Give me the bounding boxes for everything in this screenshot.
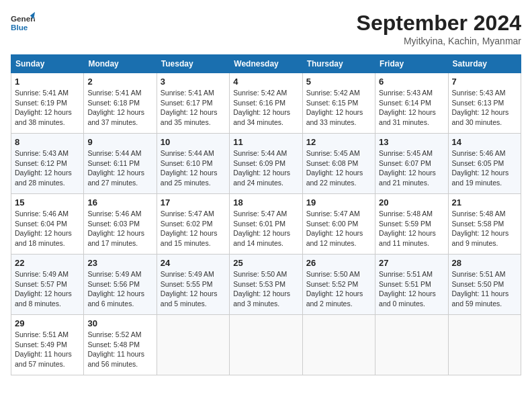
day-info-8: Sunrise: 5:43 AMSunset: 6:12 PMDaylight:… [15,148,80,188]
day-number-28: 28 [452,258,517,268]
empty-cell [230,315,302,375]
day-info-17: Sunrise: 5:47 AMSunset: 6:02 PMDaylight:… [161,209,226,248]
day-number-24: 24 [161,258,226,268]
logo-icon: General Blue [11,11,35,35]
page-header: General Blue September 2024 Myitkyina, K… [11,11,521,46]
week-row-5: 29Sunrise: 5:51 AMSunset: 5:49 PMDayligh… [11,315,521,375]
empty-cell [157,315,229,375]
day-cell-30: 30Sunrise: 5:52 AMSunset: 5:48 PMDayligh… [84,315,157,375]
day-info-6: Sunrise: 5:43 AMSunset: 6:14 PMDaylight:… [379,88,444,128]
day-cell-27: 27Sunrise: 5:51 AMSunset: 5:51 PMDayligh… [375,255,448,315]
col-header-sunday: Sunday [11,55,84,73]
day-number-21: 21 [452,197,517,208]
day-cell-6: 6Sunrise: 5:43 AMSunset: 6:14 PMDaylight… [375,73,448,134]
day-number-2: 2 [87,77,152,87]
empty-cell [448,315,521,375]
day-cell-26: 26Sunrise: 5:50 AMSunset: 5:52 PMDayligh… [302,255,375,315]
day-info-15: Sunrise: 5:46 AMSunset: 6:04 PMDaylight:… [15,209,80,248]
day-cell-23: 23Sunrise: 5:49 AMSunset: 5:56 PMDayligh… [84,255,157,315]
day-number-18: 18 [233,197,298,208]
day-number-3: 3 [161,77,226,87]
logo: General Blue [11,11,35,35]
day-cell-10: 10Sunrise: 5:44 AMSunset: 6:10 PMDayligh… [157,134,229,194]
month-title: September 2024 [357,11,521,36]
svg-text:Blue: Blue [11,23,28,32]
day-cell-3: 3Sunrise: 5:41 AMSunset: 6:17 PMDaylight… [157,73,229,134]
day-cell-25: 25Sunrise: 5:50 AMSunset: 5:53 PMDayligh… [230,255,302,315]
day-info-3: Sunrise: 5:41 AMSunset: 6:17 PMDaylight:… [161,88,226,128]
day-number-25: 25 [233,258,298,268]
day-info-24: Sunrise: 5:49 AMSunset: 5:55 PMDaylight:… [161,269,226,309]
day-info-7: Sunrise: 5:43 AMSunset: 6:13 PMDaylight:… [452,88,517,128]
day-number-10: 10 [161,137,226,147]
day-info-10: Sunrise: 5:44 AMSunset: 6:10 PMDaylight:… [161,148,226,188]
day-cell-18: 18Sunrise: 5:47 AMSunset: 6:01 PMDayligh… [230,194,302,255]
week-row-4: 22Sunrise: 5:49 AMSunset: 5:57 PMDayligh… [11,255,521,315]
week-row-2: 8Sunrise: 5:43 AMSunset: 6:12 PMDaylight… [11,134,521,194]
day-cell-4: 4Sunrise: 5:42 AMSunset: 6:16 PMDaylight… [230,73,302,134]
day-info-18: Sunrise: 5:47 AMSunset: 6:01 PMDaylight:… [233,209,298,248]
col-header-wednesday: Wednesday [230,55,302,73]
day-info-27: Sunrise: 5:51 AMSunset: 5:51 PMDaylight:… [379,269,444,309]
day-number-1: 1 [15,77,80,87]
day-number-12: 12 [306,137,371,147]
day-info-29: Sunrise: 5:51 AMSunset: 5:49 PMDaylight:… [15,330,80,369]
day-number-4: 4 [233,77,298,87]
col-header-thursday: Thursday [302,55,375,73]
day-number-11: 11 [233,137,298,147]
day-cell-9: 9Sunrise: 5:44 AMSunset: 6:11 PMDaylight… [84,134,157,194]
day-info-28: Sunrise: 5:51 AMSunset: 5:50 PMDaylight:… [452,269,517,309]
day-number-29: 29 [15,318,80,328]
day-cell-16: 16Sunrise: 5:46 AMSunset: 6:03 PMDayligh… [84,194,157,255]
empty-cell [375,315,448,375]
day-info-30: Sunrise: 5:52 AMSunset: 5:48 PMDaylight:… [87,330,152,369]
day-cell-24: 24Sunrise: 5:49 AMSunset: 5:55 PMDayligh… [157,255,229,315]
day-info-12: Sunrise: 5:45 AMSunset: 6:08 PMDaylight:… [306,148,371,188]
col-header-friday: Friday [375,55,448,73]
day-number-23: 23 [87,258,152,268]
day-cell-20: 20Sunrise: 5:48 AMSunset: 5:59 PMDayligh… [375,194,448,255]
title-block: September 2024 Myitkyina, Kachin, Myanma… [357,11,521,46]
empty-cell [302,315,375,375]
day-info-13: Sunrise: 5:45 AMSunset: 6:07 PMDaylight:… [379,148,444,188]
day-info-14: Sunrise: 5:46 AMSunset: 6:05 PMDaylight:… [452,148,517,188]
day-info-22: Sunrise: 5:49 AMSunset: 5:57 PMDaylight:… [15,269,80,309]
day-info-11: Sunrise: 5:44 AMSunset: 6:09 PMDaylight:… [233,148,298,188]
day-number-13: 13 [379,137,444,147]
day-cell-5: 5Sunrise: 5:42 AMSunset: 6:15 PMDaylight… [302,73,375,134]
day-number-15: 15 [15,197,80,208]
location: Myitkyina, Kachin, Myanmar [357,36,521,46]
day-number-6: 6 [379,77,444,87]
week-row-1: 1Sunrise: 5:41 AMSunset: 6:19 PMDaylight… [11,73,521,134]
day-number-27: 27 [379,258,444,268]
day-number-16: 16 [87,197,152,208]
day-info-2: Sunrise: 5:41 AMSunset: 6:18 PMDaylight:… [87,88,152,128]
day-cell-21: 21Sunrise: 5:48 AMSunset: 5:58 PMDayligh… [448,194,521,255]
col-header-tuesday: Tuesday [157,55,229,73]
day-info-21: Sunrise: 5:48 AMSunset: 5:58 PMDaylight:… [452,209,517,248]
day-cell-19: 19Sunrise: 5:47 AMSunset: 6:00 PMDayligh… [302,194,375,255]
day-info-19: Sunrise: 5:47 AMSunset: 6:00 PMDaylight:… [306,209,371,248]
day-info-9: Sunrise: 5:44 AMSunset: 6:11 PMDaylight:… [87,148,152,188]
day-number-5: 5 [306,77,371,87]
day-number-22: 22 [15,258,80,268]
day-cell-12: 12Sunrise: 5:45 AMSunset: 6:08 PMDayligh… [302,134,375,194]
day-info-5: Sunrise: 5:42 AMSunset: 6:15 PMDaylight:… [306,88,371,128]
day-info-4: Sunrise: 5:42 AMSunset: 6:16 PMDaylight:… [233,88,298,128]
day-info-23: Sunrise: 5:49 AMSunset: 5:56 PMDaylight:… [87,269,152,309]
day-cell-15: 15Sunrise: 5:46 AMSunset: 6:04 PMDayligh… [11,194,84,255]
day-number-17: 17 [161,197,226,208]
day-cell-28: 28Sunrise: 5:51 AMSunset: 5:50 PMDayligh… [448,255,521,315]
day-number-20: 20 [379,197,444,208]
day-info-16: Sunrise: 5:46 AMSunset: 6:03 PMDaylight:… [87,209,152,248]
calendar-table: SundayMondayTuesdayWednesdayThursdayFrid… [11,54,521,375]
day-cell-14: 14Sunrise: 5:46 AMSunset: 6:05 PMDayligh… [448,134,521,194]
day-cell-8: 8Sunrise: 5:43 AMSunset: 6:12 PMDaylight… [11,134,84,194]
day-cell-29: 29Sunrise: 5:51 AMSunset: 5:49 PMDayligh… [11,315,84,375]
day-number-19: 19 [306,197,371,208]
day-cell-17: 17Sunrise: 5:47 AMSunset: 6:02 PMDayligh… [157,194,229,255]
day-info-25: Sunrise: 5:50 AMSunset: 5:53 PMDaylight:… [233,269,298,309]
day-cell-22: 22Sunrise: 5:49 AMSunset: 5:57 PMDayligh… [11,255,84,315]
day-number-30: 30 [87,318,152,328]
day-number-8: 8 [15,137,80,147]
